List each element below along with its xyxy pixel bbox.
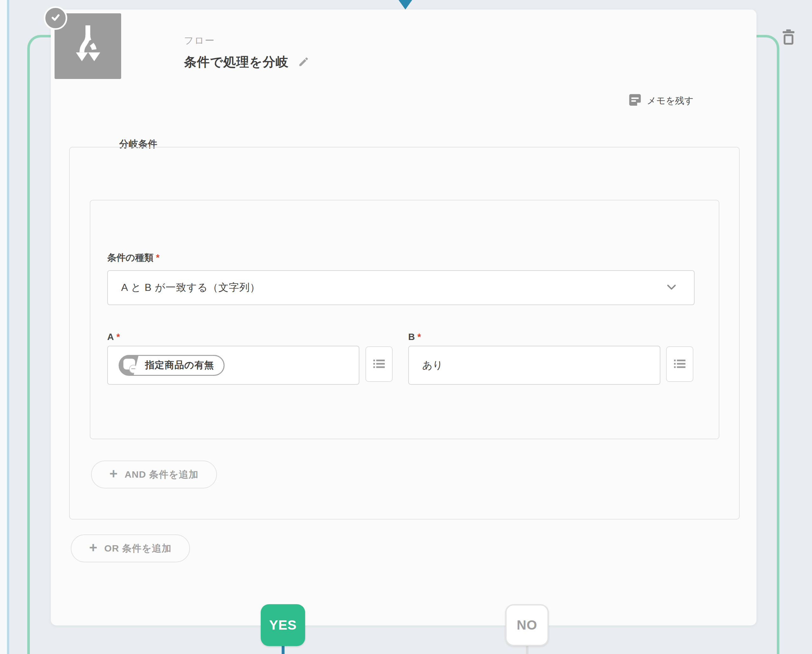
trash-icon bbox=[780, 28, 797, 47]
field-b-input[interactable]: あり bbox=[408, 346, 661, 385]
split-arrows-icon bbox=[68, 24, 108, 69]
add-or-condition-label: OR 条件を追加 bbox=[104, 542, 171, 555]
add-and-condition-button[interactable]: + AND 条件を追加 bbox=[91, 460, 217, 489]
canvas-left-strip bbox=[0, 0, 7, 654]
condition-type-selected-value: A と B が一致する（文字列） bbox=[121, 281, 665, 295]
chevron-down-icon bbox=[665, 280, 678, 295]
outer-branch-rail bbox=[7, 0, 9, 654]
field-b-value: あり bbox=[422, 358, 443, 372]
yes-connector-line bbox=[282, 646, 284, 654]
add-or-condition-button[interactable]: + OR 条件を追加 bbox=[71, 535, 190, 562]
field-b-variable-list-button[interactable] bbox=[666, 346, 693, 382]
condition-type-label-text: 条件の種類 bbox=[107, 252, 153, 263]
field-a-variable-list-button[interactable] bbox=[365, 346, 393, 382]
field-a-input[interactable]: 指定商品の有無 bbox=[107, 346, 359, 385]
flow-canvas: フロー 条件で処理を分岐 bbox=[0, 0, 812, 654]
field-b-label-text: B bbox=[408, 332, 415, 342]
required-asterisk: * bbox=[156, 252, 159, 263]
check-icon bbox=[49, 11, 62, 25]
no-connector-line bbox=[526, 646, 528, 654]
and-condition-row bbox=[90, 200, 719, 439]
incoming-connector-arrow-icon bbox=[396, 0, 415, 9]
condition-type-label: 条件の種類* bbox=[107, 252, 159, 264]
memo-label: メモを残す bbox=[647, 95, 694, 107]
list-icon bbox=[672, 356, 687, 372]
node-type-label: フロー bbox=[184, 34, 215, 47]
list-icon bbox=[372, 356, 387, 372]
field-b-label: B* bbox=[408, 332, 421, 342]
node-title: 条件で処理を分岐 bbox=[184, 53, 289, 71]
delete-node-button[interactable] bbox=[779, 27, 798, 47]
yes-branch-button[interactable]: YES bbox=[261, 604, 305, 646]
pencil-icon bbox=[298, 55, 310, 69]
memo-icon bbox=[628, 93, 642, 109]
field-b-required-asterisk: * bbox=[417, 332, 421, 342]
edit-title-button[interactable] bbox=[297, 55, 311, 69]
add-and-condition-label: AND 条件を追加 bbox=[125, 468, 199, 481]
field-a-label-text: A bbox=[107, 332, 114, 342]
field-a-variable-tag[interactable]: 指定商品の有無 bbox=[119, 355, 225, 376]
no-branch-button[interactable]: NO bbox=[505, 604, 549, 646]
condition-type-select[interactable]: A と B が一致する（文字列） bbox=[107, 270, 695, 305]
add-memo-button[interactable]: メモを残す bbox=[628, 93, 694, 109]
field-a-label: A* bbox=[107, 332, 120, 342]
node-status-badge bbox=[44, 6, 67, 30]
variable-tag-label: 指定商品の有無 bbox=[145, 359, 214, 372]
field-a-required-asterisk: * bbox=[116, 332, 120, 342]
